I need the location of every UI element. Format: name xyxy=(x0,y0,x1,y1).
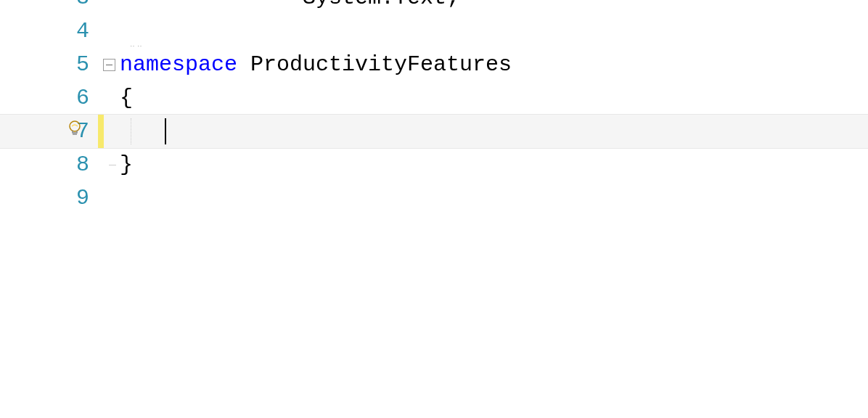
change-indicator xyxy=(98,115,104,148)
gutter: 3 xyxy=(0,0,98,10)
fold-toggle-icon[interactable] xyxy=(103,59,115,71)
brace: { xyxy=(120,86,133,110)
gutter: 8 xyxy=(0,152,98,177)
line-number: 6 xyxy=(76,86,89,110)
code-line: 5 namespace ProductivityFeatures xyxy=(0,48,868,81)
line-number: 3 xyxy=(76,0,89,10)
line-number: 5 xyxy=(76,52,89,77)
code-line: 3 using ‥‥ System.Text; xyxy=(0,0,868,15)
code-content: } xyxy=(120,152,868,177)
code-line: 8 } xyxy=(0,148,868,181)
gutter: 6 xyxy=(0,86,98,110)
line-number: 9 xyxy=(76,186,89,210)
brace: } xyxy=(120,152,133,177)
lightbulb-icon[interactable] xyxy=(66,119,83,144)
svg-point-0 xyxy=(70,121,80,131)
line-number: 8 xyxy=(76,152,89,177)
gutter: 7 xyxy=(0,119,98,144)
code-line: 9 xyxy=(0,181,868,215)
indent-guide xyxy=(131,118,131,144)
gutter: 5 xyxy=(0,52,98,77)
code-editor[interactable]: using System.Collections.Generic; 3 usin… xyxy=(0,0,868,418)
code-text: ProductivityFeatures xyxy=(237,52,512,77)
keyword-namespace: namespace xyxy=(120,52,237,77)
code-line: 6 { xyxy=(0,81,868,115)
code-text: System.Text; xyxy=(290,0,459,10)
gutter: 4 xyxy=(0,19,98,44)
code-line-current: 7 xyxy=(0,115,868,148)
fold-column[interactable] xyxy=(98,59,120,71)
line-number: 4 xyxy=(76,19,89,44)
code-content: namespace ProductivityFeatures xyxy=(120,52,868,77)
code-line: 4 xyxy=(0,15,868,48)
code-content[interactable] xyxy=(120,118,868,144)
text-cursor xyxy=(165,118,166,144)
gutter: 9 xyxy=(0,186,98,210)
code-content: { xyxy=(120,86,868,110)
